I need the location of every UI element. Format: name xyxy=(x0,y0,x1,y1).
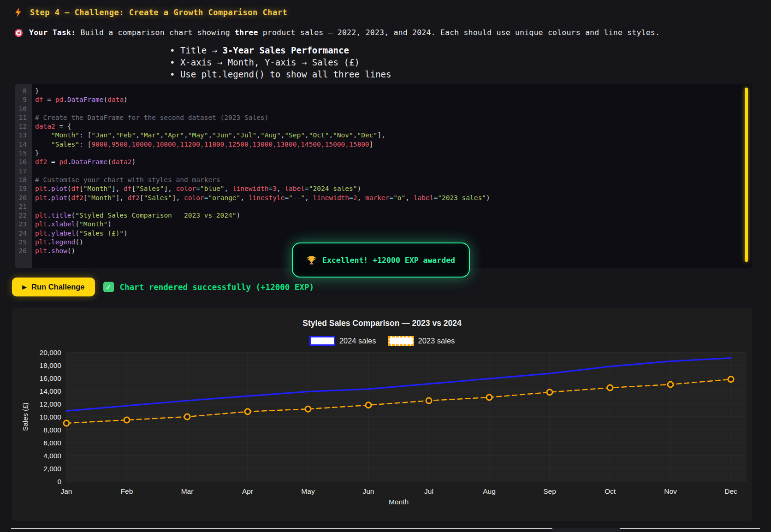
svg-text:Aug: Aug xyxy=(483,487,496,495)
code-line: 16df2 = pd.DataFrame(data2) xyxy=(15,158,752,166)
svg-text:20,000: 20,000 xyxy=(40,349,62,356)
code-line: 19plt.plot(df["Month"], df["Sales"], col… xyxy=(15,184,752,193)
code-line: 20plt.plot(df2["Month"], df2["Sales"], c… xyxy=(15,194,752,202)
task-row: Your Task: Build a comparison chart show… xyxy=(14,28,771,38)
svg-text:10,000: 10,000 xyxy=(40,413,62,421)
task-bullet: Use plt.legend() to show all three lines xyxy=(170,68,771,80)
svg-text:Nov: Nov xyxy=(664,487,677,495)
code-line: 8} xyxy=(15,87,752,95)
svg-text:Oct: Oct xyxy=(605,487,616,495)
svg-text:Mar: Mar xyxy=(181,487,194,495)
check-icon: ✓ xyxy=(103,282,114,292)
svg-text:18,000: 18,000 xyxy=(40,361,62,369)
chart-card: Styled Sales Comparison — 2023 vs 2024 2… xyxy=(12,307,752,521)
svg-text:Apr: Apr xyxy=(242,487,253,495)
action-row: ▶ Run Challenge ✓ Chart rendered success… xyxy=(12,278,771,296)
code-line: 18# Customise your chart with styles and… xyxy=(15,176,752,184)
svg-text:0: 0 xyxy=(57,478,61,485)
play-icon: ▶ xyxy=(22,284,27,290)
svg-text:16,000: 16,000 xyxy=(40,374,62,382)
svg-text:4,000: 4,000 xyxy=(43,452,61,460)
code-line: 10 xyxy=(15,105,752,113)
run-button-label: Run Challenge xyxy=(31,283,85,291)
target-icon xyxy=(14,28,24,38)
svg-text:12,000: 12,000 xyxy=(40,400,62,408)
code-line: 14 "Sales": [9000,9500,10000,10800,11200… xyxy=(15,140,752,149)
svg-text:Sep: Sep xyxy=(543,487,556,495)
svg-text:14,000: 14,000 xyxy=(40,387,62,395)
success-status: ✓ Chart rendered successfully (+12000 EX… xyxy=(103,282,314,292)
code-line: 17 xyxy=(15,167,752,176)
legend-swatch xyxy=(388,336,414,346)
section-divider xyxy=(11,528,760,529)
trophy-icon xyxy=(307,255,316,265)
lightning-icon xyxy=(14,7,24,17)
legend-item: 2023 sales xyxy=(388,336,455,346)
svg-text:Jan: Jan xyxy=(61,487,72,495)
svg-text:Sales (£): Sales (£) xyxy=(21,402,29,431)
code-editor[interactable]: 8}9df = pd.DataFrame(data)1011# Create t… xyxy=(15,84,752,268)
chart-legend: 2024 sales2023 sales xyxy=(18,336,747,346)
svg-text:Jul: Jul xyxy=(424,487,433,495)
code-line: 13 "Month": ["Jan","Feb","Mar","Apr","Ma… xyxy=(15,131,752,140)
next-section-stub xyxy=(552,528,621,532)
task-bullets: Title → 3-Year Sales PerformanceX-axis →… xyxy=(170,44,771,80)
code-line: 12data2 = { xyxy=(15,122,752,131)
task-bullet: X-axis → Month, Y-axis → Sales (£) xyxy=(170,56,771,68)
code-lines: 8}9df = pd.DataFrame(data)1011# Create t… xyxy=(15,87,752,256)
exp-toast-text: Excellent! +12000 EXP awarded xyxy=(322,256,455,265)
svg-text:Jun: Jun xyxy=(363,487,374,495)
code-line: 24plt.ylabel("Sales (£)") xyxy=(15,229,752,238)
svg-text:6,000: 6,000 xyxy=(43,439,61,447)
task-bullet: Title → 3-Year Sales Performance xyxy=(170,44,771,56)
task-label: Your Task: xyxy=(29,28,76,37)
sales-chart: 02,0004,0006,0008,00010,00012,00014,0001… xyxy=(18,348,747,510)
success-status-text: Chart rendered successfully (+12000 EXP) xyxy=(120,283,314,292)
svg-text:May: May xyxy=(301,487,315,495)
step-title: Step 4 — Challenge: Create a Growth Comp… xyxy=(30,8,287,17)
chart-title: Styled Sales Comparison — 2023 vs 2024 xyxy=(18,319,747,328)
editor-scrollbar[interactable] xyxy=(745,88,748,262)
svg-text:Dec: Dec xyxy=(724,487,737,495)
code-line: 9df = pd.DataFrame(data) xyxy=(15,95,752,104)
legend-item: 2024 sales xyxy=(309,336,376,346)
run-challenge-button[interactable]: ▶ Run Challenge xyxy=(12,278,95,296)
svg-text:2,000: 2,000 xyxy=(43,465,61,473)
svg-text:Feb: Feb xyxy=(121,487,133,495)
page: { "header": { "icon": "lightning-icon", … xyxy=(0,0,771,532)
code-line: 11# Create the DataFrame for the second … xyxy=(15,113,752,122)
code-line: 21 xyxy=(15,202,752,211)
code-line: 15} xyxy=(15,149,752,158)
svg-text:Month: Month xyxy=(389,498,409,506)
code-line: 22plt.title("Styled Sales Comparison — 2… xyxy=(15,211,752,220)
exp-toast: Excellent! +12000 EXP awarded xyxy=(292,242,470,278)
task-text: Your Task: Build a comparison chart show… xyxy=(29,28,660,37)
svg-text:8,000: 8,000 xyxy=(43,426,61,434)
code-line: 23plt.xlabel("Month") xyxy=(15,220,752,229)
step-header: Step 4 — Challenge: Create a Growth Comp… xyxy=(0,0,771,17)
legend-swatch xyxy=(309,336,335,346)
